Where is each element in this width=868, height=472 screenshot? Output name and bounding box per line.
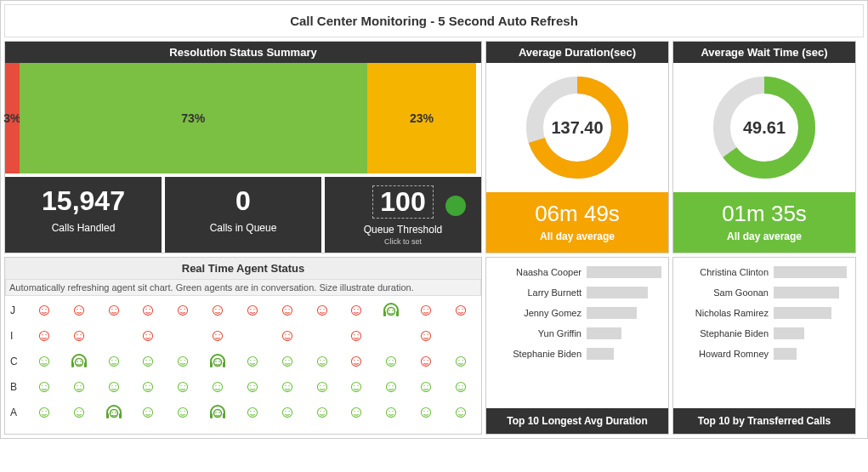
agent-cell[interactable]	[237, 351, 268, 372]
agent-face-icon	[247, 381, 258, 393]
agent-cell[interactable]	[133, 402, 163, 423]
agent-cell[interactable]	[99, 402, 129, 423]
agent-cell[interactable]	[272, 381, 303, 393]
agent-cell[interactable]	[307, 330, 338, 342]
agent-cell[interactable]	[64, 402, 94, 423]
agent-cell[interactable]	[99, 381, 129, 393]
agent-cell[interactable]	[307, 300, 338, 321]
svg-point-183	[389, 411, 389, 412]
agent-cell[interactable]	[341, 300, 372, 321]
agent-cell[interactable]	[64, 330, 94, 342]
svg-point-164	[184, 411, 185, 412]
svg-point-135	[323, 385, 324, 386]
agent-cell[interactable]	[341, 351, 372, 372]
svg-point-86	[215, 361, 217, 362]
agent-cell[interactable]	[307, 381, 338, 393]
agent-cell[interactable]	[411, 351, 441, 372]
agent-cell[interactable]	[99, 330, 129, 342]
svg-rect-155	[119, 413, 122, 418]
agent-cell[interactable]	[341, 381, 372, 393]
agent-face-icon	[38, 304, 50, 316]
agent-cell[interactable]	[29, 351, 60, 372]
agent-cell[interactable]	[272, 330, 303, 342]
agent-row-label: J	[10, 304, 26, 316]
agent-cell[interactable]	[445, 402, 476, 423]
agent-cell[interactable]	[29, 381, 60, 393]
agent-cell[interactable]	[237, 330, 268, 342]
agent-cell[interactable]	[237, 402, 268, 423]
agent-cell[interactable]	[99, 300, 129, 321]
agent-cell[interactable]	[99, 351, 129, 372]
agent-cell[interactable]	[64, 351, 94, 372]
svg-point-132	[288, 385, 289, 386]
svg-point-149	[42, 411, 43, 412]
agent-cell[interactable]	[167, 381, 198, 393]
agent-cell[interactable]	[341, 402, 372, 423]
agent-cell[interactable]	[376, 300, 406, 321]
list-item-bar	[587, 266, 661, 278]
list-item-bar	[587, 327, 621, 339]
agent-cell[interactable]	[202, 300, 233, 321]
svg-point-151	[74, 407, 83, 417]
agent-face-icon	[142, 330, 154, 342]
svg-point-123	[184, 385, 185, 386]
agent-cell[interactable]	[167, 330, 198, 342]
agent-cell[interactable]	[64, 300, 94, 321]
agent-cell[interactable]	[307, 402, 338, 423]
svg-point-82	[184, 360, 185, 361]
agent-cell[interactable]	[376, 330, 406, 342]
agent-cell[interactable]	[272, 351, 303, 372]
queue-threshold-value[interactable]: 100	[372, 185, 433, 219]
svg-point-116	[111, 385, 112, 386]
agent-cell[interactable]	[237, 300, 268, 321]
agent-cell[interactable]	[445, 300, 476, 321]
agent-headset-icon	[104, 402, 124, 423]
svg-point-62	[358, 334, 359, 335]
agent-row-label: I	[10, 330, 26, 342]
svg-point-147	[462, 385, 462, 386]
agent-cell[interactable]	[272, 300, 303, 321]
list-item-name: Sam Goonan	[680, 287, 774, 298]
agent-face-icon	[108, 381, 120, 393]
list-item: Stephanie Biden	[680, 327, 848, 339]
agent-cell[interactable]	[376, 351, 406, 372]
agent-cell[interactable]	[272, 402, 303, 423]
list-item-bar	[774, 327, 804, 339]
agent-cell[interactable]	[29, 402, 60, 423]
svg-point-45	[39, 331, 48, 340]
agent-cell[interactable]	[64, 381, 94, 393]
agent-cell[interactable]	[167, 300, 198, 321]
agent-cell[interactable]	[202, 351, 233, 372]
queue-threshold-status-icon	[445, 196, 466, 216]
agent-cell[interactable]	[445, 381, 476, 393]
agent-cell[interactable]	[411, 300, 441, 321]
agent-cell[interactable]	[202, 330, 233, 342]
agent-cell[interactable]	[133, 351, 163, 372]
list-item: Christina Clinton	[680, 266, 848, 278]
agent-cell[interactable]	[445, 351, 476, 372]
agent-cell[interactable]	[202, 402, 233, 423]
agent-cell[interactable]	[307, 351, 338, 372]
agent-cell[interactable]	[29, 300, 60, 321]
agent-cell[interactable]	[376, 381, 406, 393]
svg-point-104	[423, 360, 424, 361]
agent-cell[interactable]	[341, 330, 372, 342]
agent-cell[interactable]	[411, 381, 441, 393]
agent-cell[interactable]	[133, 330, 163, 342]
svg-point-117	[115, 385, 116, 386]
agent-cell[interactable]	[29, 330, 60, 342]
top-duration-panel: Naasha CooperLarry BurnettJenny GomezYun…	[485, 257, 669, 435]
agent-cell[interactable]	[202, 381, 233, 393]
agent-cell[interactable]	[133, 300, 163, 321]
agent-cell[interactable]	[167, 402, 198, 423]
agent-cell[interactable]	[445, 330, 476, 342]
agent-cell[interactable]	[237, 381, 268, 393]
queue-threshold-metric[interactable]: 100 Queue Threshold Click to set	[325, 177, 481, 253]
agent-cell[interactable]	[376, 402, 406, 423]
agent-row-label: A	[10, 407, 26, 418]
agent-cell[interactable]	[411, 402, 441, 423]
agent-cell[interactable]	[411, 330, 441, 342]
agent-cell[interactable]	[167, 351, 198, 372]
agent-cell[interactable]	[133, 381, 163, 393]
agent-headset-icon	[207, 402, 228, 423]
